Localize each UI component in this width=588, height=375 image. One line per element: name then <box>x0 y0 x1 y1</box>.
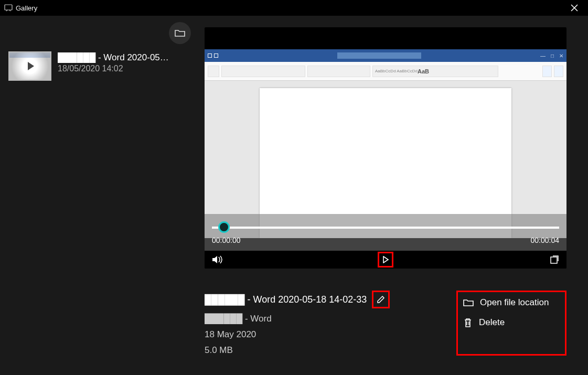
preview-word-ribbon: AaBbCcDd AaBbCcDd AaB <box>205 62 566 81</box>
rename-button[interactable] <box>372 291 390 308</box>
preview-word-titlebar: —□✕ <box>205 49 566 62</box>
volume-button[interactable] <box>212 255 223 264</box>
pencil-icon <box>376 295 386 304</box>
close-icon <box>570 4 579 12</box>
time-row: 00:00:00 00:00:04 <box>212 236 559 244</box>
play-icon <box>28 62 34 70</box>
gallery-icon <box>4 4 13 12</box>
file-date: 18 May 2020 <box>205 329 390 340</box>
video-player: —□✕ AaBbCcDd AaBbCcDd AaB <box>205 27 566 269</box>
fullscreen-icon <box>550 255 559 264</box>
play-icon <box>382 256 389 263</box>
open-file-location-button[interactable]: Open file location <box>463 297 560 308</box>
video-thumbnail[interactable] <box>8 51 51 81</box>
file-name: ██████ - Word 2020-05-18 14-02-33 <box>205 294 367 305</box>
fullscreen-button[interactable] <box>550 255 559 264</box>
thumbnail-title: ██████ - Word 2020-05… <box>58 52 192 63</box>
duration: 00:00:04 <box>531 236 560 244</box>
app-name: ██████ - Word <box>205 314 390 324</box>
video-frame: —□✕ AaBbCcDd AaBbCcDd AaB <box>205 49 566 238</box>
sidebar: ██████ - Word 2020-05… 18/05/2020 14:02 <box>0 16 199 375</box>
details-left: ██████ - Word 2020-05-18 14-02-33 ██████… <box>205 291 390 356</box>
body: ██████ - Word 2020-05… 18/05/2020 14:02 … <box>0 16 588 375</box>
delete-label: Delete <box>479 317 505 328</box>
thumbnail-info: ██████ - Word 2020-05… 18/05/2020 14:02 <box>58 51 192 73</box>
titlebar: Gallery <box>0 0 588 16</box>
scrubber-handle[interactable] <box>218 221 230 233</box>
gallery-window: Gallery ██████ - Word 2020-05… 18/0 <box>0 0 588 375</box>
actions-panel: Open file location Delete <box>456 291 566 356</box>
window-title: Gallery <box>16 4 37 12</box>
main-panel: —□✕ AaBbCcDd AaBbCcDd AaB <box>199 16 588 375</box>
current-time: 00:00:00 <box>212 236 241 244</box>
list-item[interactable]: ██████ - Word 2020-05… 18/05/2020 14:02 <box>6 49 194 83</box>
close-button[interactable] <box>565 2 584 14</box>
file-name-row: ██████ - Word 2020-05-18 14-02-33 <box>205 291 390 308</box>
file-size: 5.0 MB <box>205 345 390 356</box>
sidebar-top <box>6 22 194 49</box>
delete-button[interactable]: Delete <box>463 317 560 328</box>
details-panel: ██████ - Word 2020-05-18 14-02-33 ██████… <box>205 291 566 356</box>
open-folder-button[interactable] <box>169 22 191 44</box>
controls-bar <box>205 251 566 269</box>
scrubber-area: 00:00:00 00:00:04 <box>205 214 566 251</box>
folder-icon <box>175 29 185 37</box>
folder-icon <box>463 298 474 307</box>
titlebar-left: Gallery <box>4 4 37 12</box>
svg-rect-1 <box>551 257 557 263</box>
speaker-icon <box>212 255 223 264</box>
play-button[interactable] <box>378 252 393 267</box>
svg-rect-0 <box>5 5 12 10</box>
scrubber-track[interactable] <box>212 227 559 229</box>
thumbnail-date: 18/05/2020 14:02 <box>58 64 192 73</box>
open-file-location-label: Open file location <box>480 297 549 308</box>
trash-icon <box>463 317 473 328</box>
